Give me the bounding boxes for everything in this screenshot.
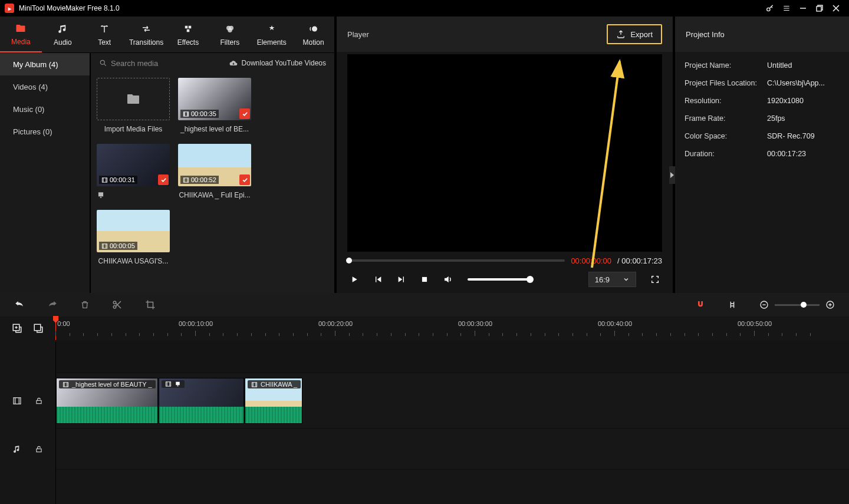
info-key: Duration: — [685, 150, 767, 158]
cat-my-album[interactable]: My Album (4) — [0, 53, 90, 75]
redo-button[interactable] — [47, 299, 58, 310]
ribbon-elements[interactable]: Elements — [251, 17, 292, 52]
media-grid: Import Media Files 00:00:35 _highest lev… — [91, 73, 334, 293]
svg-point-9 — [100, 60, 104, 64]
svg-rect-12 — [183, 177, 188, 182]
search-media[interactable]: Search media — [99, 59, 158, 68]
svg-rect-26 — [166, 382, 170, 386]
import-tile[interactable]: Import Media Files — [97, 78, 170, 136]
delete-button[interactable] — [80, 299, 90, 310]
lock-icon[interactable] — [35, 396, 43, 406]
svg-rect-23 — [37, 400, 41, 403]
ribbon-label: Effects — [177, 38, 199, 47]
zoom-out-button[interactable] — [759, 300, 769, 309]
search-icon — [99, 59, 107, 67]
play-button[interactable] — [350, 275, 359, 284]
volume-slider[interactable] — [468, 278, 532, 281]
svg-rect-21 — [34, 324, 41, 331]
info-value: 1920x1080 — [767, 97, 804, 105]
track-manager-button[interactable] — [33, 323, 44, 334]
crop-button[interactable] — [145, 299, 156, 310]
media-tile[interactable]: 00:00:35 _highest level of BE... — [178, 78, 251, 136]
seek-bar[interactable] — [347, 259, 565, 262]
fullscreen-button[interactable] — [650, 275, 660, 284]
download-youtube[interactable]: Download YouTube Videos — [229, 59, 326, 67]
ribbon-label: Text — [98, 38, 111, 47]
menu-icon[interactable] — [778, 0, 795, 17]
magnet-button[interactable] — [696, 300, 705, 309]
cat-music[interactable]: Music (0) — [0, 98, 90, 120]
film-icon — [165, 381, 172, 387]
info-key: Color Space: — [685, 132, 767, 140]
prev-frame-button[interactable] — [373, 275, 383, 284]
add-track-button[interactable] — [12, 323, 22, 334]
tile-caption: _highest level of BE... — [178, 125, 251, 136]
top-ribbon: Media Audio Text Transitions Effects Fil… — [0, 17, 334, 53]
timeline-clip[interactable]: _highest level of BEAUTY _ — [56, 378, 158, 424]
ribbon-transitions[interactable]: Transitions — [126, 17, 167, 52]
chevron-down-icon — [623, 276, 630, 283]
export-label: Export — [630, 30, 653, 39]
film-icon — [101, 243, 108, 249]
info-value: Untitled — [767, 61, 792, 70]
player-viewport[interactable] — [347, 54, 662, 252]
stop-button[interactable] — [420, 275, 429, 284]
clip-label: CHIIKAWA _ — [261, 381, 297, 388]
ribbon-filters[interactable]: Filters — [209, 17, 251, 52]
svg-point-0 — [767, 8, 770, 11]
volume-icon[interactable] — [443, 274, 453, 285]
info-key: Resolution: — [685, 97, 767, 105]
ribbon-label: Elements — [257, 38, 287, 47]
svg-rect-24 — [37, 449, 41, 452]
audio-track-icon — [12, 444, 22, 454]
minimize-button[interactable] — [795, 0, 811, 17]
audio-track-lane[interactable] — [56, 429, 849, 470]
film-icon — [251, 381, 258, 388]
info-key: Frame Rate: — [685, 114, 767, 123]
time-total: / 00:00:17:23 — [617, 256, 662, 265]
link-tracks-button[interactable] — [728, 299, 737, 310]
duration: 00:00:05 — [110, 242, 135, 249]
zoom-slider[interactable] — [775, 304, 820, 306]
cloud-download-icon — [229, 59, 238, 67]
media-tile[interactable]: 00:00:05 CHIIKAWA USAGI'S... — [97, 210, 170, 268]
undo-button[interactable] — [14, 299, 25, 310]
close-button[interactable] — [828, 0, 844, 17]
ribbon-motion[interactable]: Motion — [292, 17, 334, 52]
svg-rect-25 — [63, 382, 68, 386]
time-ruler[interactable]: 0:00 00:00:10:00 00:00:20:00 00:00:30:00… — [55, 317, 849, 340]
export-icon — [616, 29, 626, 39]
svg-point-8 — [312, 26, 317, 31]
maximize-button[interactable] — [811, 0, 828, 17]
aspect-ratio-select[interactable]: 16:9 — [588, 272, 636, 287]
svg-point-7 — [228, 28, 232, 32]
ribbon-effects[interactable]: Effects — [167, 17, 209, 52]
export-button[interactable]: Export — [607, 24, 662, 44]
tile-caption — [97, 191, 170, 202]
zoom-in-button[interactable] — [825, 300, 835, 309]
cat-pictures[interactable]: Pictures (0) — [0, 120, 90, 143]
duration: 00:00:52 — [191, 176, 216, 183]
svg-rect-1 — [817, 6, 821, 11]
next-frame-button[interactable] — [397, 275, 406, 284]
info-key: Project Files Location: — [685, 79, 767, 87]
ruler-label: 00:00:40:00 — [598, 320, 632, 327]
media-tile[interactable]: 00:00:52 CHIIKAWA _ Full Epi... — [178, 144, 251, 202]
info-value: 25fps — [767, 114, 785, 123]
ribbon-text[interactable]: Text — [84, 17, 126, 52]
license-key-icon[interactable] — [762, 0, 778, 17]
media-tile[interactable]: 00:00:31 — [97, 144, 170, 202]
timeline-clip[interactable]: CHIIKAWA _ — [245, 378, 302, 424]
info-value: SDR- Rec.709 — [767, 132, 815, 140]
collapse-info-panel[interactable] — [669, 166, 675, 184]
split-button[interactable] — [112, 299, 123, 310]
video-track-lane[interactable]: _highest level of BEAUTY _ CHIIKAWA _ — [56, 373, 849, 429]
film-icon — [183, 177, 189, 183]
ribbon-media[interactable]: Media — [0, 17, 42, 52]
lock-icon[interactable] — [35, 444, 43, 454]
timeline-clip[interactable] — [159, 378, 244, 424]
cat-videos[interactable]: Videos (4) — [0, 75, 90, 98]
ribbon-audio[interactable]: Audio — [42, 17, 84, 52]
info-value: C:\Users\bj\App... — [767, 79, 825, 87]
ribbon-label: Audio — [54, 38, 72, 47]
